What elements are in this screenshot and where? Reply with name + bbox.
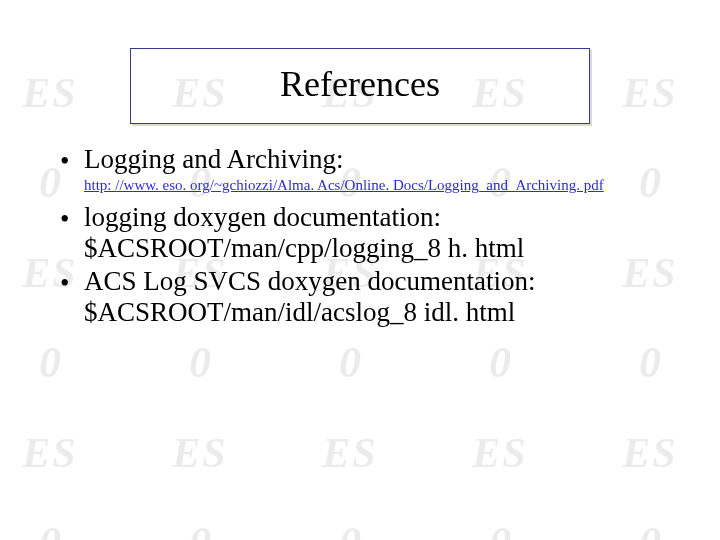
- body: • Logging and Archiving: http: //www. es…: [60, 144, 660, 328]
- bullet-text: ACS Log SVCS doxygen documentation: $ACS…: [84, 266, 660, 328]
- bullet-text: Logging and Archiving:: [84, 144, 660, 175]
- content-area: References • Logging and Archiving: http…: [0, 48, 720, 328]
- slide: ES 0 ES 0 ES 0 ES 0 ES 0 ES 0 ES 0 ES 0 …: [0, 48, 720, 540]
- bullet-dot-icon: •: [60, 202, 84, 235]
- watermark-zero: 0: [130, 341, 270, 385]
- bullet-item: • Logging and Archiving:: [60, 144, 660, 177]
- bullet-text: logging doxygen documentation: $ACSROOT/…: [84, 202, 660, 264]
- watermark-es: ES: [580, 432, 720, 474]
- watermark-zero: 0: [280, 521, 420, 541]
- watermark-zero: 0: [430, 341, 570, 385]
- bullet-dot-icon: •: [60, 266, 84, 299]
- watermark-es: ES: [0, 432, 120, 474]
- watermark-zero: 0: [430, 521, 570, 541]
- reference-link[interactable]: http: //www. eso. org/~gchiozzi/Alma. Ac…: [84, 177, 660, 194]
- watermark-zero: 0: [130, 521, 270, 541]
- slide-title: References: [280, 64, 440, 104]
- bullet-item: • logging doxygen documentation: $ACSROO…: [60, 202, 660, 264]
- watermark-es: ES: [130, 432, 270, 474]
- watermark-zero: 0: [280, 341, 420, 385]
- bullet-item: • ACS Log SVCS doxygen documentation: $A…: [60, 266, 660, 328]
- watermark-zero: 0: [0, 341, 120, 385]
- watermark-zero: 0: [0, 521, 120, 541]
- bullet-dot-icon: •: [60, 144, 84, 177]
- watermark-zero: 0: [580, 521, 720, 541]
- watermark-zero: 0: [580, 341, 720, 385]
- watermark-es: ES: [430, 432, 570, 474]
- watermark-es: ES: [280, 432, 420, 474]
- title-box: References: [130, 48, 590, 124]
